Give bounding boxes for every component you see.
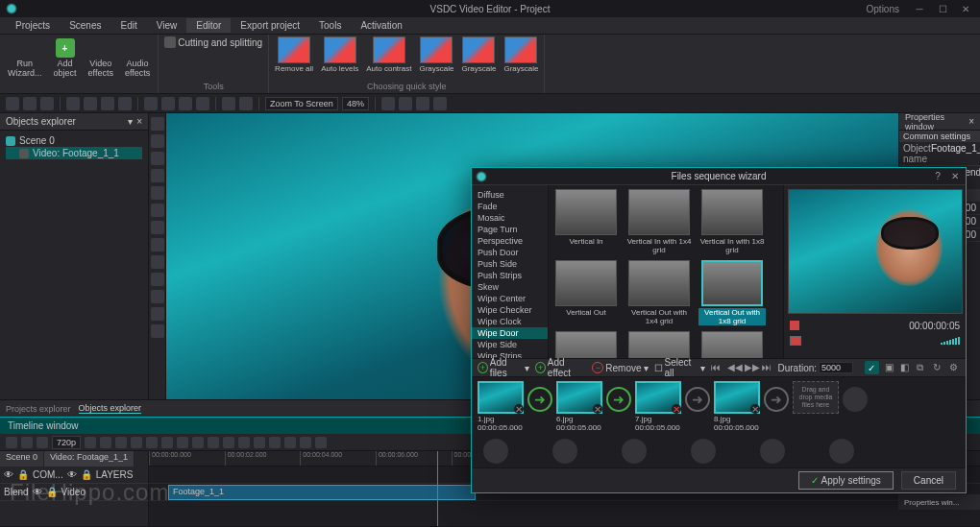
timeline-tool-icon[interactable] [146, 437, 158, 448]
timeline-tool-icon[interactable] [238, 437, 250, 448]
effect-slot[interactable] [552, 439, 577, 464]
tool-icon[interactable] [179, 97, 192, 110]
tool-icon[interactable] [101, 97, 114, 110]
timeline-tool-icon[interactable] [254, 437, 265, 448]
nav-last-icon[interactable]: ⏭ [762, 362, 772, 373]
transition-arrow-icon[interactable]: ➜ [527, 387, 552, 412]
tool-icon[interactable]: ⧉ [917, 362, 927, 373]
timeline-tool-icon[interactable] [115, 437, 127, 448]
crop-icon[interactable]: ▣ [885, 362, 895, 373]
transition-category-item[interactable]: Push Strips [472, 270, 548, 281]
transition-category-item[interactable]: Wipe Checker [472, 304, 548, 316]
media-strip-item[interactable]: ✕1.jpg00:00:05.000 [478, 381, 524, 432]
timeline-tool-icon[interactable] [300, 437, 311, 448]
shape-tool-icon[interactable] [151, 152, 164, 165]
preview-canvas[interactable] [788, 189, 963, 314]
transition-arrow-icon[interactable]: ➜ [685, 387, 710, 412]
transition-arrow-icon[interactable]: ➜ [764, 387, 789, 412]
transition-category-item[interactable]: Page Turn [472, 224, 548, 235]
ribbon-button[interactable]: Videoeffects [86, 36, 115, 80]
style-tile[interactable]: Grayscale [461, 36, 496, 73]
rotate-icon[interactable]: ↻ [933, 362, 943, 373]
tool-icon[interactable] [144, 97, 158, 110]
transition-variant-item[interactable]: Vertical In with 1x4 grid [625, 189, 693, 254]
text-tool-icon[interactable] [151, 204, 164, 217]
tool-icon[interactable] [118, 97, 132, 110]
menu-editor[interactable]: Editor [186, 18, 231, 33]
dialog-close-icon[interactable]: ✕ [948, 171, 962, 182]
menu-tools[interactable]: Tools [309, 18, 351, 33]
shape-tool-icon[interactable] [151, 169, 164, 182]
transition-category-item[interactable]: Perspective [472, 235, 548, 247]
menu-scenes[interactable]: Scenes [60, 18, 110, 33]
tab-objects-explorer[interactable]: Objects explorer [79, 403, 142, 414]
transition-category-item[interactable]: Mosaic [472, 212, 548, 224]
add-effect-button[interactable]: +Add effect [535, 357, 586, 378]
tool-icon[interactable]: ◧ [900, 362, 911, 373]
timeline-tool-icon[interactable] [131, 437, 142, 448]
tool-icon[interactable] [6, 97, 19, 110]
tool-icon[interactable] [399, 97, 412, 110]
timeline-tool-icon[interactable] [208, 437, 219, 448]
timeline-tool-icon[interactable] [6, 437, 17, 448]
transition-category-item[interactable]: Fade [472, 201, 548, 212]
timeline-tool-icon[interactable] [223, 437, 234, 448]
remove-item-icon[interactable]: ✕ [750, 404, 760, 414]
shape-tool-icon[interactable] [151, 186, 164, 200]
select-all-button[interactable]: ☐Select all▾ [654, 357, 705, 378]
timeline-tool-icon[interactable] [192, 437, 204, 448]
timeline-tool-icon[interactable] [315, 437, 327, 448]
ribbon-button[interactable]: Audioeffects [123, 36, 152, 80]
remove-item-icon[interactable]: ✕ [672, 404, 681, 414]
transition-category-item[interactable]: Diffuse [472, 189, 548, 201]
remove-item-icon[interactable]: ✕ [593, 404, 602, 414]
tab-projects-explorer[interactable]: Projects explorer [6, 404, 71, 414]
shape-tool-icon[interactable] [151, 324, 164, 338]
add-files-button[interactable]: +Add files▾ [478, 357, 529, 378]
shape-tool-icon[interactable] [151, 238, 164, 252]
shape-tool-icon[interactable] [151, 117, 164, 131]
style-tile[interactable]: Remove all [275, 36, 313, 73]
effect-slot[interactable] [760, 439, 785, 464]
media-strip-item[interactable]: ✕7.jpg00:00:05.000 [635, 381, 681, 432]
transition-category-item[interactable]: Wipe Center [472, 293, 548, 304]
maximize-button[interactable]: ☐ [932, 2, 953, 15]
shape-tool-icon[interactable] [151, 290, 164, 303]
minimize-button[interactable]: ─ [909, 2, 930, 15]
menu-export-project[interactable]: Export project [231, 18, 309, 33]
menu-activation[interactable]: Activation [351, 18, 411, 33]
color-swatch[interactable] [790, 336, 801, 346]
playhead-icon[interactable] [437, 451, 438, 526]
zoom-mode-combo[interactable]: Zoom To Screen [265, 97, 338, 110]
options-link[interactable]: Options [867, 4, 899, 14]
close-button[interactable]: ✕ [955, 2, 976, 15]
tool-icon[interactable] [196, 97, 209, 110]
remove-button[interactable]: −Remove▾ [592, 362, 648, 373]
timeline-tool-icon[interactable] [37, 437, 48, 448]
effect-slot[interactable] [483, 439, 508, 464]
settings-icon[interactable]: ⚙ [949, 362, 960, 373]
transition-variant-item[interactable]: Vertical Out [552, 260, 620, 325]
transition-variant-item[interactable]: Horizontal In with 8x1 grid [698, 331, 766, 358]
shape-tool-icon[interactable] [151, 134, 164, 148]
apply-settings-button[interactable]: ✓ Apply settings [798, 471, 894, 490]
timeline-tool-icon[interactable] [100, 437, 111, 448]
media-strip-item[interactable]: ✕6.jpg00:00:05.000 [556, 381, 602, 432]
shape-tool-icon[interactable] [151, 307, 164, 321]
resolution-combo[interactable]: 720p [52, 436, 81, 449]
menu-projects[interactable]: Projects [6, 18, 60, 33]
style-tile[interactable]: Grayscale [419, 36, 453, 73]
panel-close-icon[interactable]: × [136, 116, 142, 127]
style-tile[interactable]: Grayscale [503, 36, 538, 73]
timeline-clip[interactable]: Footage_1_1 [168, 485, 476, 500]
media-strip-item[interactable]: ✕8.jpg00:00:05.000 [714, 381, 760, 432]
cutting-splitting-button[interactable]: Cutting and splitting [164, 36, 262, 48]
property-row[interactable]: Object nameFootage_1_1 [899, 142, 980, 166]
nav-first-icon[interactable]: ⏮ [711, 362, 722, 373]
cancel-button[interactable]: Cancel [901, 471, 956, 490]
shape-tool-icon[interactable] [151, 221, 164, 234]
tool-icon[interactable] [381, 97, 395, 110]
timeline-tool-icon[interactable] [284, 437, 296, 448]
style-tile[interactable]: Auto levels [321, 36, 358, 73]
ribbon-button[interactable]: +Addobject [52, 36, 79, 80]
